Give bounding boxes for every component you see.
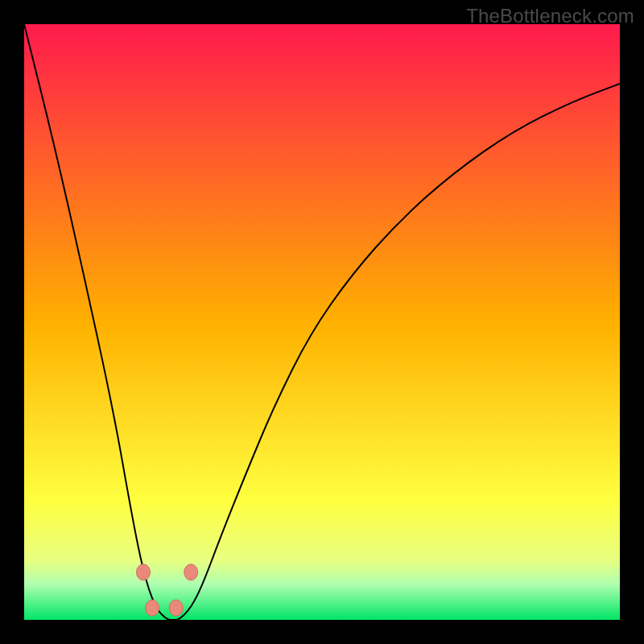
curve-marker (137, 564, 151, 580)
curve-marker (169, 600, 183, 616)
curve-marker (146, 600, 159, 616)
chart-frame: TheBottleneck.com (0, 0, 644, 644)
bottleneck-plot (24, 24, 620, 620)
watermark-text: TheBottleneck.com (466, 5, 634, 27)
curve-marker (184, 564, 198, 580)
bottleneck-svg (24, 24, 620, 620)
plot-background (24, 24, 620, 620)
